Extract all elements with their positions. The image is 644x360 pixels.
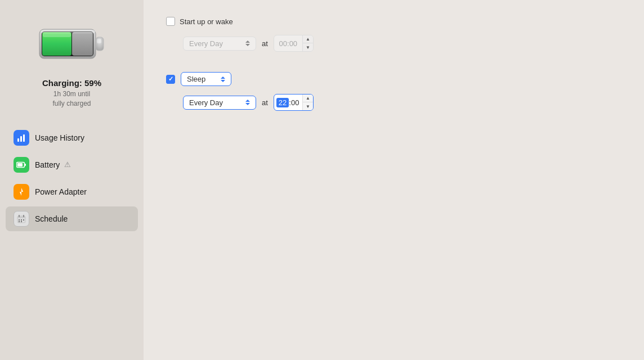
schedule-icon: [14, 211, 29, 227]
svg-marker-14: [20, 188, 23, 196]
sidebar-item-power-adapter[interactable]: Power Adapter: [6, 179, 138, 204]
svg-rect-18: [23, 215, 24, 217]
startup-wake-stepper: ▲ ▼: [302, 35, 313, 51]
svg-rect-3: [72, 32, 93, 56]
svg-rect-9: [20, 136, 22, 142]
sidebar-item-label-schedule: Schedule: [35, 214, 68, 223]
sleep-time-field[interactable]: 22 : 00 ▲ ▼: [274, 94, 314, 111]
svg-rect-6: [97, 39, 101, 43]
startup-wake-stepper-down[interactable]: ▼: [303, 43, 313, 51]
startup-wake-label: Start up or wake: [180, 17, 233, 26]
sleep-time-minute: 00: [291, 98, 299, 107]
sleep-arrow-down: [221, 80, 225, 82]
sleep-stepper-up[interactable]: ▲: [303, 94, 313, 102]
sleep-time-container: 22 : 00: [274, 96, 302, 109]
sleep-action-dropdown-arrow: [221, 76, 225, 82]
power-adapter-icon: [14, 184, 29, 200]
battery-nav-icon: [14, 157, 29, 173]
startup-wake-dropdown-value: Every Day: [189, 39, 223, 48]
sidebar-item-label-power-adapter: Power Adapter: [35, 187, 87, 196]
sleep-time-hour: 22: [276, 98, 289, 107]
sidebar-item-battery[interactable]: Battery ⚠: [6, 152, 138, 177]
svg-rect-4: [43, 33, 71, 37]
battery-icon-graphic: [38, 22, 106, 67]
svg-rect-21: [23, 219, 24, 220]
svg-rect-20: [21, 219, 22, 220]
svg-rect-10: [23, 134, 25, 142]
svg-rect-19: [19, 219, 20, 220]
svg-rect-7: [41, 30, 96, 33]
sleep-dropdown-arrow: [245, 100, 250, 105]
charging-label: Charging: 59%: [42, 78, 101, 88]
sidebar-item-usage-history[interactable]: Usage History: [6, 125, 138, 150]
startup-wake-dropdown-arrow: [245, 40, 250, 46]
svg-rect-12: [17, 163, 23, 166]
svg-rect-22: [19, 221, 20, 222]
sleep-arrow-up: [221, 76, 225, 79]
startup-wake-stepper-up[interactable]: ▲: [303, 35, 313, 43]
sleep-dropdown-value: Every Day: [189, 98, 223, 107]
sleep-dropdown-arrow-up: [245, 100, 250, 102]
startup-wake-checkbox[interactable]: [166, 17, 175, 26]
charging-status: Charging: 59% 1h 30m until fully charged: [42, 78, 101, 109]
startup-wake-at-label: at: [262, 39, 268, 48]
svg-rect-13: [25, 164, 26, 166]
sleep-schedule-row: Every Day at 22 : 00 ▲ ▼: [183, 94, 621, 111]
sleep-dropdown-arrow-down: [245, 103, 250, 105]
svg-rect-8: [17, 138, 19, 142]
startup-wake-time-value: 00:00: [274, 37, 302, 50]
startup-wake-arrow-up: [245, 40, 250, 43]
svg-rect-17: [19, 215, 20, 217]
sidebar: Charging: 59% 1h 30m until fully charged…: [0, 0, 144, 360]
sleep-checkbox[interactable]: [166, 75, 175, 84]
sleep-action-dropdown-value: Sleep: [187, 75, 205, 83]
sleep-stepper: ▲ ▼: [302, 94, 313, 110]
charging-sub: 1h 30m until fully charged: [42, 89, 101, 109]
startup-wake-dropdown[interactable]: Every Day: [183, 37, 256, 51]
sleep-stepper-down[interactable]: ▼: [303, 102, 313, 110]
startup-wake-schedule-row: Every Day at 00:00 ▲ ▼: [183, 35, 621, 52]
sleep-dropdown[interactable]: Every Day: [183, 96, 256, 110]
battery-warning-icon: ⚠: [64, 160, 71, 169]
svg-rect-23: [21, 221, 22, 222]
startup-wake-arrow-down: [245, 44, 250, 46]
sleep-at-label: at: [262, 98, 268, 107]
sleep-row: Sleep: [166, 72, 621, 86]
sidebar-item-label-battery: Battery: [35, 160, 60, 169]
sidebar-nav: Usage History Battery ⚠ Power Adapter: [0, 125, 144, 233]
sidebar-item-schedule[interactable]: Schedule: [6, 206, 138, 231]
sidebar-item-label-usage-history: Usage History: [35, 133, 84, 142]
sleep-action-dropdown[interactable]: Sleep: [181, 72, 231, 86]
usage-history-icon: [14, 130, 29, 146]
startup-wake-row: Start up or wake: [166, 17, 621, 26]
main-content: Start up or wake Every Day at 00:00 ▲ ▼ …: [144, 0, 644, 360]
startup-wake-time-field[interactable]: 00:00 ▲ ▼: [274, 35, 314, 52]
